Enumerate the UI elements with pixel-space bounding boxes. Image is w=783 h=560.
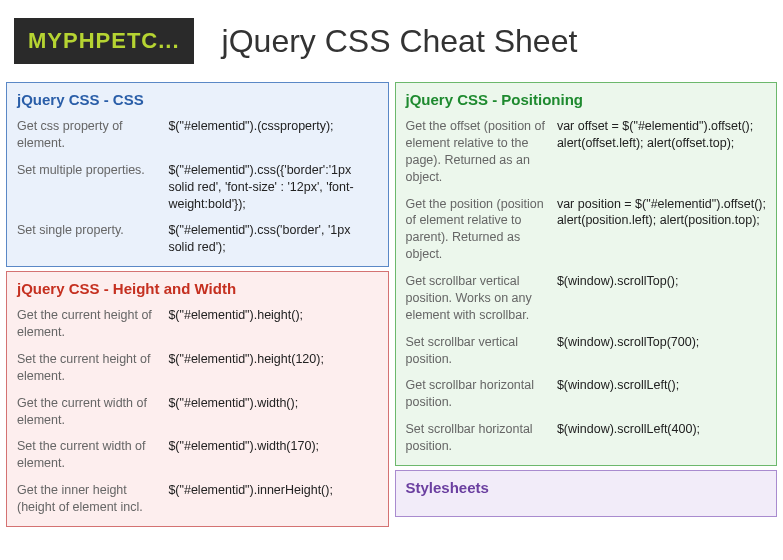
header: MYPHPETC... jQuery CSS Cheat Sheet <box>0 0 783 82</box>
table-row: Set single property. $("#elementid").css… <box>17 222 378 256</box>
panel-css-title: jQuery CSS - CSS <box>17 91 378 108</box>
page-title: jQuery CSS Cheat Sheet <box>222 23 578 60</box>
table-row: Get the current width of element. $("#el… <box>17 395 378 429</box>
panel-pos-title: jQuery CSS - Positioning <box>406 91 767 108</box>
table-row: Set multiple properties. $("#elementid")… <box>17 162 378 213</box>
table-row: Get the position (position of element re… <box>406 196 767 264</box>
row-code: $("#elementid").(cssproperty); <box>168 118 377 152</box>
row-desc: Get the offset (position of element rela… <box>406 118 557 186</box>
row-desc: Get the position (position of element re… <box>406 196 557 264</box>
row-code: $("#elementid").height(); <box>168 307 377 341</box>
row-desc: Set scrollbar horizontal position. <box>406 421 557 455</box>
row-code: $("#elementid").css('border', '1px solid… <box>168 222 377 256</box>
table-row: Set scrollbar vertical position. $(windo… <box>406 334 767 368</box>
row-code: $(window).scrollLeft(); <box>557 377 766 411</box>
table-row: Get scrollbar horizontal position. $(win… <box>406 377 767 411</box>
row-desc: Set the current height of element. <box>17 351 168 385</box>
panel-height-width: jQuery CSS - Height and Width Get the cu… <box>6 271 389 527</box>
row-code: $("#elementid").css({'border':'1px solid… <box>168 162 377 213</box>
table-row: Get the offset (position of element rela… <box>406 118 767 186</box>
logo: MYPHPETC... <box>14 18 194 64</box>
panel-styles-title: Stylesheets <box>406 479 767 496</box>
row-code: $("#elementid").width(); <box>168 395 377 429</box>
table-row: Get the inner height (height of element … <box>17 482 378 516</box>
row-code: $("#elementid").height(120); <box>168 351 377 385</box>
panel-css: jQuery CSS - CSS Get css property of ele… <box>6 82 389 267</box>
panel-hw-title: jQuery CSS - Height and Width <box>17 280 378 297</box>
row-code: $("#elementid").innerHeight(); <box>168 482 377 516</box>
table-row: Get the current height of element. $("#e… <box>17 307 378 341</box>
row-code: $("#elementid").width(170); <box>168 438 377 472</box>
row-desc: Set single property. <box>17 222 168 256</box>
row-desc: Set multiple properties. <box>17 162 168 213</box>
row-desc: Get css property of element. <box>17 118 168 152</box>
row-desc: Set scrollbar vertical position. <box>406 334 557 368</box>
left-column: jQuery CSS - CSS Get css property of ele… <box>6 82 389 527</box>
content-columns: jQuery CSS - CSS Get css property of ele… <box>0 82 783 527</box>
row-code: var offset = $("#elementid").offset(); a… <box>557 118 766 186</box>
table-row: Set the current height of element. $("#e… <box>17 351 378 385</box>
table-row: Get css property of element. $("#element… <box>17 118 378 152</box>
row-code: $(window).scrollTop(700); <box>557 334 766 368</box>
panel-stylesheets: Stylesheets <box>395 470 778 517</box>
row-desc: Get the current width of element. <box>17 395 168 429</box>
panel-positioning: jQuery CSS - Positioning Get the offset … <box>395 82 778 466</box>
row-desc: Get scrollbar horizontal position. <box>406 377 557 411</box>
row-code: $(window).scrollLeft(400); <box>557 421 766 455</box>
row-desc: Set the current width of element. <box>17 438 168 472</box>
row-code: var position = $("#elementid").offset();… <box>557 196 766 264</box>
row-code: $(window).scrollTop(); <box>557 273 766 324</box>
table-row: Set the current width of element. $("#el… <box>17 438 378 472</box>
row-desc: Get the inner height (height of element … <box>17 482 168 516</box>
row-desc: Get scrollbar vertical position. Works o… <box>406 273 557 324</box>
table-row: Set scrollbar horizontal position. $(win… <box>406 421 767 455</box>
right-column: jQuery CSS - Positioning Get the offset … <box>395 82 778 527</box>
table-row: Get scrollbar vertical position. Works o… <box>406 273 767 324</box>
row-desc: Get the current height of element. <box>17 307 168 341</box>
